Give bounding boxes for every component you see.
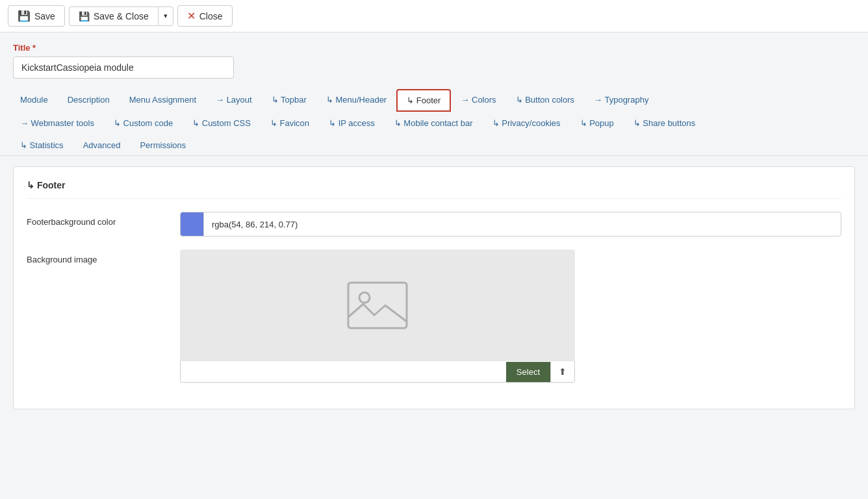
bg-image-label: Background image (27, 250, 170, 264)
tab-permissions-label: Permissions (140, 140, 186, 150)
save-close-dropdown[interactable]: ▾ (158, 6, 173, 26)
tab-favicon[interactable]: ↳ Favicon (261, 112, 319, 134)
svg-rect-0 (348, 283, 407, 328)
tab-custom-css-label: ↳ Custom CSS (192, 118, 251, 128)
tab-menu-assignment-label: Menu Assignment (129, 95, 196, 105)
save-close-icon: 💾 (79, 11, 90, 21)
tab-mobile-contact-bar[interactable]: ↳ Mobile contact bar (385, 112, 483, 134)
tab-colors-label: → Colors (461, 95, 496, 105)
image-path-input[interactable] (181, 362, 506, 382)
dropdown-arrow-icon: ▾ (164, 12, 168, 20)
tab-topbar[interactable]: ↳ Topbar (262, 89, 316, 112)
save-close-label: Save & Close (94, 11, 149, 21)
tab-footer-label: ↳ Footer (407, 96, 440, 105)
color-input-row (180, 212, 841, 237)
tab-webmaster-tools[interactable]: → Webmaster tools (10, 112, 104, 134)
tab-popup-label: ↳ Popup (580, 118, 614, 128)
upload-icon: ⬆ (559, 366, 567, 377)
image-placeholder (180, 250, 575, 361)
save-icon: 💾 (18, 10, 31, 22)
image-placeholder-icon (345, 279, 410, 331)
bg-image-row: Background image Select ⬆ (27, 250, 841, 383)
tabs-row-2: → Webmaster tools ↳ Custom code ↳ Custom… (10, 111, 858, 133)
tab-menu-assignment[interactable]: Menu Assignment (120, 89, 206, 112)
tab-ip-access-label: ↳ IP access (329, 118, 375, 128)
title-input[interactable] (13, 57, 234, 79)
image-input-row: Select ⬆ (180, 361, 575, 383)
bg-image-control: Select ⬆ (180, 250, 841, 383)
save-button[interactable]: 💾 Save (8, 5, 65, 27)
footer-bg-color-control (180, 212, 841, 237)
close-icon: ✕ (187, 10, 196, 22)
save-label: Save (34, 11, 55, 21)
tab-custom-code-label: ↳ Custom code (114, 118, 173, 128)
tab-menu-header[interactable]: ↳ Menu/Header (316, 89, 396, 112)
tabs-container: Module Description Menu Assignment → Lay… (0, 86, 868, 156)
tab-menu-header-label: ↳ Menu/Header (326, 95, 387, 105)
tab-layout[interactable]: → Layout (206, 89, 262, 112)
tab-description-label: Description (68, 95, 110, 105)
tab-privacy-cookies[interactable]: ↳ Privacy/cookies (483, 112, 570, 134)
upload-button[interactable]: ⬆ (550, 361, 574, 382)
tab-description[interactable]: Description (58, 89, 120, 112)
close-button[interactable]: ✕ Close (177, 5, 233, 27)
tab-layout-label: → Layout (216, 95, 252, 105)
tab-share-buttons-label: ↳ Share buttons (633, 118, 696, 128)
tab-advanced[interactable]: Advanced (73, 134, 131, 156)
tab-typography[interactable]: → Typography (584, 89, 658, 112)
footer-section: ↳ Footer Footerbackground color Backgrou… (13, 166, 855, 409)
tab-ip-access[interactable]: ↳ IP access (319, 112, 385, 134)
tab-mobile-contact-bar-label: ↳ Mobile contact bar (394, 118, 473, 128)
footer-bg-color-label: Footerbackground color (27, 212, 170, 227)
tab-advanced-label: Advanced (83, 140, 121, 150)
color-text-input[interactable] (204, 214, 841, 235)
tab-statistics[interactable]: ↳ Statistics (10, 134, 73, 156)
tabs-row-1: Module Description Menu Assignment → Lay… (10, 86, 858, 111)
section-title: ↳ Footer (27, 180, 841, 199)
tab-topbar-label: ↳ Topbar (272, 95, 307, 105)
close-label: Close (199, 11, 223, 21)
tab-popup[interactable]: ↳ Popup (570, 112, 624, 134)
tab-custom-code[interactable]: ↳ Custom code (104, 112, 183, 134)
footer-bg-color-row: Footerbackground color (27, 212, 841, 237)
title-area: Title * (0, 32, 868, 86)
tab-share-buttons[interactable]: ↳ Share buttons (624, 112, 706, 134)
toolbar: 💾 Save 💾 Save & Close ▾ ✕ Close (0, 0, 868, 32)
title-label: Title * (13, 43, 855, 53)
tabs-row-3: ↳ Statistics Advanced Permissions (10, 133, 858, 155)
tab-typography-label: → Typography (594, 95, 648, 105)
tab-favicon-label: ↳ Favicon (270, 118, 309, 128)
tab-custom-css[interactable]: ↳ Custom CSS (183, 112, 261, 134)
tab-module-label: Module (20, 95, 48, 105)
tab-permissions[interactable]: Permissions (130, 134, 196, 156)
tab-module[interactable]: Module (10, 89, 58, 112)
tab-button-colors[interactable]: ↳ Button colors (506, 89, 585, 112)
svg-point-1 (359, 292, 370, 303)
save-close-button[interactable]: 💾 Save & Close (69, 6, 158, 26)
tab-footer[interactable]: ↳ Footer (396, 89, 451, 112)
tab-webmaster-tools-label: → Webmaster tools (20, 118, 94, 128)
color-swatch[interactable] (181, 212, 204, 236)
save-close-group: 💾 Save & Close ▾ (69, 6, 173, 26)
select-button[interactable]: Select (506, 362, 550, 382)
content-area: ↳ Footer Footerbackground color Backgrou… (0, 156, 868, 481)
tab-statistics-label: ↳ Statistics (20, 140, 64, 150)
tab-button-colors-label: ↳ Button colors (516, 95, 575, 105)
tab-privacy-cookies-label: ↳ Privacy/cookies (492, 118, 561, 128)
tab-colors[interactable]: → Colors (451, 89, 505, 112)
